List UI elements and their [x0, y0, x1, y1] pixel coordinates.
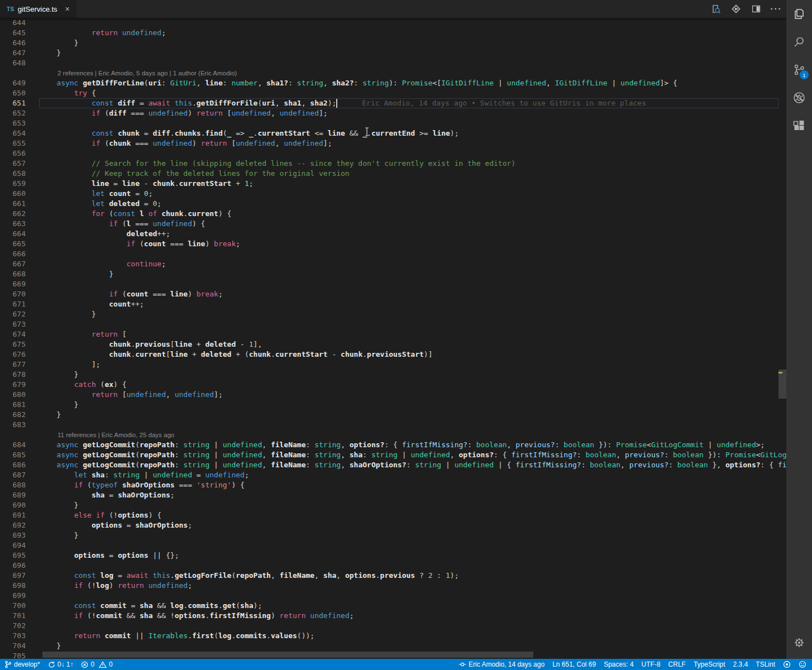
problems-item[interactable]: 0 0: [81, 661, 112, 668]
code-line[interactable]: const chunk = diff.chunks.find(_ => _.cu…: [26, 128, 786, 138]
code-line[interactable]: [26, 279, 786, 289]
source-control-icon[interactable]: 1: [786, 56, 812, 84]
code-line[interactable]: if (chunk === undefined) return [undefin…: [26, 138, 786, 149]
code-line[interactable]: return [undefined, undefined];: [26, 390, 786, 400]
code-line[interactable]: }: [26, 400, 786, 410]
feedback-smiley-icon[interactable]: [799, 661, 806, 668]
cursor-position-item[interactable]: Ln 651, Col 69: [552, 661, 596, 668]
tab-gitservice[interactable]: TS gitService.ts ×: [0, 0, 77, 18]
line-number: 691: [0, 510, 26, 520]
code-line[interactable]: if (typeof shaOrOptions === 'string') {: [26, 480, 786, 490]
code-line[interactable]: return undefined;: [26, 28, 786, 38]
debug-icon[interactable]: [786, 84, 812, 112]
code-line[interactable]: [26, 149, 786, 159]
code-line[interactable]: async getDiffForLine(uri: GitUri, line: …: [26, 78, 786, 88]
code-line[interactable]: [26, 319, 786, 329]
code-line[interactable]: let sha: string | undefined = undefined;: [26, 470, 786, 480]
git-branch-item[interactable]: develop*: [4, 661, 40, 668]
code-line[interactable]: count++;: [26, 299, 786, 309]
encoding-item[interactable]: UTF-8: [642, 661, 661, 668]
gitlens-icon[interactable]: [730, 3, 742, 15]
code-line[interactable]: if (diff === undefined) return [undefine…: [26, 108, 786, 118]
code-line[interactable]: async getLogCommit(repoPath: string | un…: [26, 460, 786, 470]
code-line[interactable]: }: [26, 530, 786, 540]
code-line[interactable]: return [: [26, 329, 786, 339]
code-line[interactable]: options = options || {};: [26, 551, 786, 561]
open-preview-icon[interactable]: [710, 3, 722, 15]
code-line[interactable]: }: [26, 269, 786, 279]
code-line[interactable]: const log = await this.getLogForFile(rep…: [26, 571, 786, 581]
code-line[interactable]: }: [26, 641, 786, 651]
code-line[interactable]: [26, 249, 786, 259]
code-line[interactable]: continue;: [26, 259, 786, 269]
more-actions-icon[interactable]: ···: [771, 3, 782, 15]
language-mode-item[interactable]: TypeScript: [694, 661, 725, 668]
code-line[interactable]: catch (ex) {: [26, 380, 786, 390]
code-line[interactable]: options = shaOrOptions;: [26, 520, 786, 530]
code-line[interactable]: }: [26, 370, 786, 380]
code-line[interactable]: if (l === undefined) {: [26, 219, 786, 229]
code-line[interactable]: if (!commit && sha && !options.firstIfMi…: [26, 611, 786, 621]
code-line[interactable]: else if (!options) {: [26, 510, 786, 520]
extensions-icon[interactable]: [786, 112, 812, 140]
code-line[interactable]: try {: [26, 88, 786, 98]
codelens[interactable]: 11 references | Eric Amodio, 25 days ago: [26, 430, 786, 440]
code-line[interactable]: ];: [26, 360, 786, 370]
code-line[interactable]: [26, 58, 786, 68]
code-line[interactable]: chunk.previous[line + deleted - 1],: [26, 339, 786, 350]
code-line[interactable]: let count = 0;: [26, 189, 786, 199]
code-line[interactable]: sha = shaOrOptions;: [26, 490, 786, 500]
code-line[interactable]: async getLogCommit(repoPath: string | un…: [26, 440, 786, 450]
code-line[interactable]: let deleted = 0;: [26, 199, 786, 209]
code-row: 661 let deleted = 0;: [0, 199, 786, 209]
code-line[interactable]: [26, 420, 786, 430]
code-line[interactable]: }: [26, 309, 786, 319]
eol-item[interactable]: CRLF: [668, 661, 686, 668]
code-line[interactable]: [26, 118, 786, 128]
search-icon[interactable]: [786, 28, 812, 56]
code-line[interactable]: }: [26, 500, 786, 510]
close-tab-icon[interactable]: ×: [65, 5, 70, 13]
tslint-item[interactable]: TSLint: [756, 661, 775, 668]
horizontal-scrollbar[interactable]: [0, 652, 778, 658]
typescript-version-item[interactable]: 2.3.4: [733, 661, 748, 668]
split-editor-icon[interactable]: [751, 3, 762, 15]
code-line[interactable]: [26, 540, 786, 551]
line-number: 688: [0, 480, 26, 490]
code-line[interactable]: const diff = await this.getDiffForFile(u…: [26, 98, 786, 108]
codelens[interactable]: 2 references | Eric Amodio, 5 days ago |…: [26, 68, 786, 78]
code-line[interactable]: }: [26, 410, 786, 420]
vertical-scrollbar[interactable]: [778, 18, 786, 659]
code-line[interactable]: }: [26, 48, 786, 58]
code-line[interactable]: if (count === line) break;: [26, 239, 786, 249]
files-icon[interactable]: [786, 0, 812, 28]
code-line[interactable]: [26, 18, 786, 28]
code-line[interactable]: return commit || Iterables.first(log.com…: [26, 631, 786, 641]
sync-item[interactable]: 0↓ 1↑: [48, 661, 74, 668]
blame-status-item[interactable]: Eric Amodio, 14 days ago: [458, 661, 544, 668]
horizontal-scrollbar-thumb[interactable]: [42, 652, 533, 658]
codelens-row: 2 references | Eric Amodio, 5 days ago |…: [0, 68, 786, 78]
code-line[interactable]: // Search for the line (skipping deleted…: [26, 159, 786, 169]
code-line[interactable]: [26, 591, 786, 601]
telemetry-icon[interactable]: [783, 661, 791, 668]
code-line[interactable]: if (count === line) break;: [26, 289, 786, 299]
code-line[interactable]: // Keep track of the deleted lines for t…: [26, 169, 786, 179]
code-line[interactable]: if (!log) return undefined;: [26, 581, 786, 591]
code-line[interactable]: }: [26, 38, 786, 48]
code-line[interactable]: async getLogCommit(repoPath: string | un…: [26, 450, 786, 460]
code-line[interactable]: [26, 561, 786, 571]
line-number: 685: [0, 450, 26, 460]
code-line[interactable]: deleted++;: [26, 229, 786, 239]
vertical-scrollbar-thumb[interactable]: [778, 370, 786, 399]
code-line[interactable]: const commit = sha && log.commits.get(sh…: [26, 601, 786, 611]
tab-bar: TS gitService.ts ×: [0, 0, 786, 18]
code-editor[interactable]: 644645 return undefined;646 }647 }6482 r…: [0, 18, 786, 659]
code-line[interactable]: [26, 621, 786, 631]
code-line[interactable]: for (const l of chunk.current) {: [26, 209, 786, 219]
code-line[interactable]: chunk.current[line + deleted + (chunk.cu…: [26, 350, 786, 360]
indentation-item[interactable]: Spaces: 4: [604, 661, 633, 668]
line-number: 684: [0, 440, 26, 450]
settings-gear-icon[interactable]: [786, 630, 812, 655]
code-line[interactable]: line = line - chunk.currentStart + 1;: [26, 179, 786, 189]
